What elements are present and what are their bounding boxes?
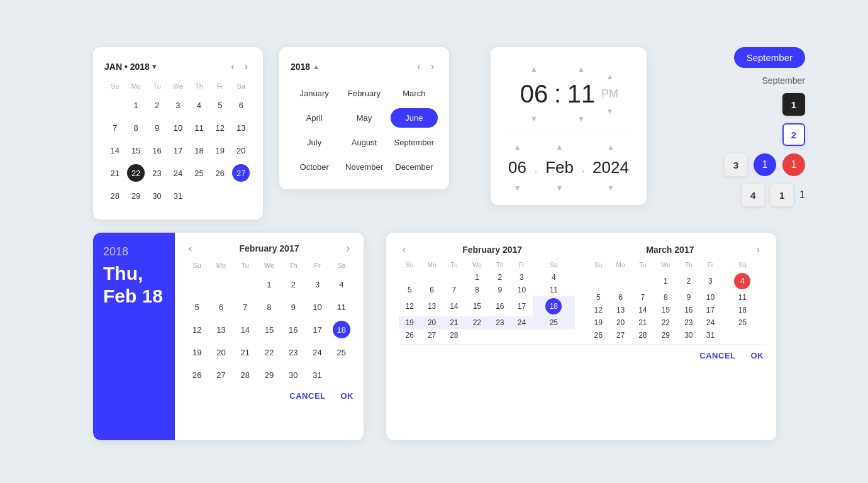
calendar-day[interactable]: 1 [125, 94, 146, 116]
hour-down-button[interactable]: ▼ [528, 112, 540, 126]
calendar-day[interactable]: 7 [104, 116, 125, 139]
calendar-day[interactable]: 28 [233, 364, 257, 386]
calendar-day[interactable]: 13 [209, 318, 233, 341]
badge-box-2-blue[interactable]: 2 [782, 123, 805, 146]
calendar-day[interactable]: 12 [587, 304, 609, 316]
calendar-day[interactable]: 20 [609, 316, 632, 329]
calendar-day[interactable]: 18 [721, 304, 764, 316]
calendar-day[interactable]: 22 [125, 162, 146, 184]
calendar-day[interactable]: 31 [167, 184, 188, 207]
calendar-day[interactable]: 9 [281, 296, 305, 318]
calendar-day[interactable]: 27 [609, 329, 632, 341]
calendar-day[interactable]: 25 [721, 316, 764, 329]
calendar-day[interactable]: 14 [233, 318, 257, 341]
badge-circle-red[interactable]: 1 [782, 153, 805, 176]
calendar-day[interactable]: 8 [654, 291, 677, 304]
calendar-day[interactable]: 11 [721, 291, 764, 304]
badge-num-1[interactable]: 1 [771, 184, 793, 206]
cancel-button-dr[interactable]: CANCEL [699, 351, 735, 360]
calendar-day[interactable]: 22 [654, 316, 677, 329]
calendar-day[interactable]: 2 [678, 271, 700, 291]
calendar-day[interactable]: 9 [147, 116, 167, 139]
calendar-day[interactable]: 15 [125, 139, 146, 162]
calendar-day[interactable]: 23 [147, 162, 167, 184]
calendar-day[interactable]: 30 [678, 329, 700, 341]
calendar-day[interactable]: 29 [125, 184, 146, 207]
calendar-day[interactable]: 4 [533, 271, 575, 284]
calendar-day[interactable]: 29 [257, 364, 281, 386]
month-item[interactable]: September [391, 133, 438, 152]
calendar-day[interactable]: 12 [209, 116, 230, 139]
calendar-day[interactable]: 25 [533, 316, 575, 329]
calendar-day[interactable]: 3 [167, 94, 188, 116]
calendar-day[interactable]: 12 [185, 318, 209, 341]
minute-down-button[interactable]: ▼ [575, 112, 587, 126]
calendar-day[interactable]: 4 [330, 273, 353, 296]
month-item[interactable]: June [391, 108, 438, 128]
calendar-day[interactable]: 8 [257, 296, 281, 318]
calendar-day[interactable]: 16 [678, 304, 700, 316]
calendar-day[interactable]: 5 [209, 94, 230, 116]
calendar-day[interactable]: 2 [489, 271, 511, 284]
calendar-day[interactable]: 4 [721, 271, 764, 291]
calendar-day[interactable]: 1 [257, 273, 281, 296]
calendar-day[interactable]: 18 [533, 296, 575, 316]
year-up-button[interactable]: ▲ [604, 140, 617, 154]
month-item[interactable]: April [291, 108, 338, 128]
prev-month-button-dp[interactable]: ‹ [185, 242, 196, 255]
calendar-day[interactable]: 16 [147, 139, 167, 162]
month-item[interactable]: July [291, 133, 338, 152]
month-item[interactable]: May [340, 108, 387, 128]
prev-month-button[interactable]: ‹ [227, 60, 238, 74]
calendar-day[interactable]: 10 [699, 291, 721, 304]
calendar-day[interactable]: 23 [489, 316, 511, 329]
calendar-day[interactable]: 4 [189, 94, 209, 116]
calendar-day[interactable]: 7 [233, 296, 257, 318]
calendar-day[interactable]: 14 [632, 304, 654, 316]
calendar-day[interactable]: 14 [104, 139, 125, 162]
calendar-day[interactable]: 16 [281, 318, 305, 341]
calendar-day[interactable]: 15 [257, 318, 281, 341]
month-down-button[interactable]: ▼ [554, 181, 566, 195]
calendar-day[interactable]: 13 [609, 304, 632, 316]
calendar-day[interactable]: 11 [189, 116, 209, 139]
calendar-day[interactable]: 25 [330, 341, 353, 364]
calendar-day[interactable]: 7 [632, 291, 654, 304]
month-up-button[interactable]: ▲ [554, 140, 566, 154]
calendar-day[interactable]: 24 [167, 162, 188, 184]
calendar-day[interactable]: 6 [209, 296, 233, 318]
calendar-day[interactable]: 27 [421, 329, 443, 341]
calendar-day[interactable]: 28 [443, 329, 465, 341]
calendar-day[interactable]: 10 [167, 116, 188, 139]
calendar-day[interactable]: 31 [305, 364, 329, 386]
calendar-day[interactable]: 9 [678, 291, 700, 304]
month-item[interactable]: February [340, 84, 387, 103]
calendar-day[interactable]: 10 [511, 284, 533, 296]
calendar-day[interactable]: 21 [632, 316, 654, 329]
calendar-day[interactable]: 13 [421, 296, 443, 316]
calendar-day[interactable]: 18 [189, 139, 209, 162]
calendar-day[interactable]: 25 [189, 162, 209, 184]
cancel-button[interactable]: CANCEL [289, 391, 325, 401]
calendar-day[interactable]: 27 [231, 162, 252, 184]
year-down-button[interactable]: ▼ [604, 181, 617, 195]
next-year-button[interactable]: › [427, 60, 438, 74]
badge-circle-blue[interactable]: 1 [754, 153, 776, 176]
calendar-day[interactable]: 20 [209, 341, 233, 364]
calendar-day[interactable]: 16 [489, 296, 511, 316]
hour-up-button[interactable]: ▲ [528, 62, 540, 76]
calendar-day[interactable]: 24 [699, 316, 721, 329]
year-up-icon[interactable]: ▲ [313, 63, 320, 70]
calendar-day[interactable]: 2 [147, 94, 167, 116]
ampm-up-button[interactable]: ▲ [604, 70, 616, 84]
badge-box-1-dark[interactable]: 1 [782, 93, 805, 116]
september-pill[interactable]: September [734, 47, 805, 68]
calendar-day[interactable]: 19 [399, 316, 421, 329]
calendar-day[interactable]: 28 [104, 184, 125, 207]
calendar-day[interactable]: 19 [209, 139, 230, 162]
calendar-day[interactable]: 20 [231, 139, 252, 162]
month-item[interactable]: January [291, 84, 338, 103]
calendar-day[interactable]: 3 [305, 273, 329, 296]
calendar-day[interactable]: 30 [281, 364, 305, 386]
day-down-button[interactable]: ▼ [511, 181, 524, 195]
